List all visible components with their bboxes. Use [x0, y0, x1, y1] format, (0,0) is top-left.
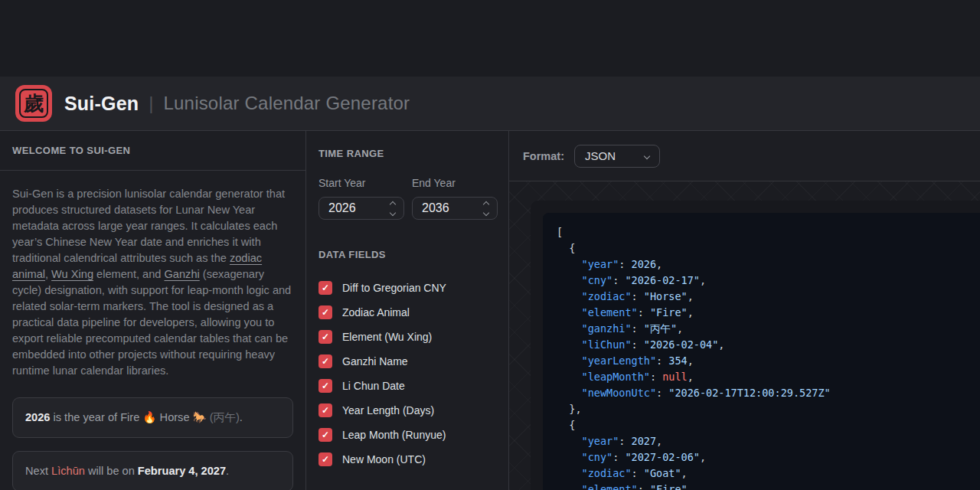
- checkbox[interactable]: ✓: [318, 379, 332, 393]
- start-year-input[interactable]: 2026: [318, 197, 404, 220]
- check-icon: ✓: [322, 308, 329, 317]
- app-subtitle: Lunisolar Calendar Generator: [163, 93, 410, 114]
- format-toolbar: Format: JSON: [509, 131, 980, 181]
- top-empty-area: [0, 0, 980, 77]
- format-label: Format:: [523, 150, 564, 162]
- end-year-input[interactable]: 2036: [412, 197, 498, 220]
- output-area: [ { "year": 2026, "cny": "2026-02-17", "…: [509, 181, 980, 490]
- data-field-row[interactable]: ✓Li Chun Date: [318, 374, 496, 398]
- end-year-stepper[interactable]: [484, 202, 488, 215]
- text-segment: 2026: [25, 411, 50, 423]
- app-window: 歲 Sui-Gen | Lunisolar Calendar Generator…: [0, 0, 980, 490]
- json-output-code[interactable]: [ { "year": 2026, "cny": "2026-02-17", "…: [543, 213, 980, 490]
- checkbox[interactable]: ✓: [318, 452, 332, 466]
- text-segment: Next: [25, 465, 51, 477]
- checkbox[interactable]: ✓: [318, 305, 332, 319]
- zodiac-year-card: 2026 is the year of Fire 🔥 Horse 🐎 (丙午).: [12, 397, 293, 438]
- code-line: {: [557, 240, 980, 256]
- code-line: "yearLength": 354,: [557, 353, 980, 369]
- stepper-down-icon[interactable]: [390, 209, 396, 215]
- code-line: {: [557, 417, 980, 433]
- code-line: "zodiac": "Goat",: [557, 466, 980, 482]
- about-paragraph: Sui-Gen is a precision lunisolar calenda…: [12, 186, 293, 379]
- data-field-row[interactable]: ✓Element (Wu Xing): [318, 325, 496, 349]
- welcome-panel-header: WELCOME TO SUI-GEN: [0, 131, 305, 171]
- stepper-up-icon[interactable]: [390, 201, 396, 207]
- app-title: Sui-Gen: [64, 93, 139, 115]
- check-icon: ✓: [322, 357, 329, 366]
- start-year-field: Start Year 2026: [318, 177, 404, 220]
- data-field-label: Li Chun Date: [342, 380, 405, 392]
- checkbox[interactable]: ✓: [318, 354, 332, 368]
- welcome-heading: WELCOME TO SUI-GEN: [12, 145, 130, 156]
- code-line: "liChun": "2026-02-04",: [557, 337, 980, 353]
- data-field-label: Leap Month (Runyue): [342, 429, 446, 441]
- app-header: 歲 Sui-Gen | Lunisolar Calendar Generator: [0, 77, 980, 131]
- start-year-stepper[interactable]: [390, 202, 395, 215]
- code-line: "year": 2027,: [557, 433, 980, 449]
- title-separator: |: [149, 93, 153, 114]
- logo-glyph: 歲: [24, 93, 44, 113]
- text-segment: will be on: [85, 465, 138, 477]
- stepper-down-icon[interactable]: [483, 209, 489, 215]
- controls-panel: TIME RANGE Start Year 2026 End Year: [306, 131, 509, 490]
- code-card: [ { "year": 2026, "cny": "2026-02-17", "…: [531, 201, 980, 490]
- data-field-row[interactable]: ✓Year Length (Days): [318, 398, 496, 423]
- inline-link[interactable]: Wu Xing: [51, 268, 93, 280]
- welcome-panel: WELCOME TO SUI-GEN Sui-Gen is a precisio…: [0, 131, 306, 490]
- end-year-label: End Year: [412, 177, 498, 189]
- code-line: "year": 2026,: [557, 256, 980, 273]
- data-field-label: Year Length (Days): [342, 404, 434, 416]
- check-icon: ✓: [322, 430, 329, 439]
- data-field-row[interactable]: ✓New Moon (UTC): [318, 447, 496, 472]
- output-panel: Format: JSON [ { "year": 2026, "cny": "2…: [509, 131, 980, 490]
- code-line: "leapMonth": null,: [557, 369, 980, 385]
- data-field-row[interactable]: ✓Leap Month (Runyue): [318, 423, 496, 447]
- data-field-row[interactable]: ✓Ganzhi Name: [318, 349, 496, 374]
- inline-link[interactable]: Ganzhi: [165, 268, 200, 280]
- text-segment: element, and: [93, 268, 165, 280]
- text-segment: .: [226, 465, 229, 477]
- data-field-row[interactable]: ✓Diff to Gregorian CNY: [318, 276, 496, 300]
- text-segment: February 4, 2027: [138, 465, 226, 477]
- seal-icon: 歲: [19, 89, 48, 118]
- year-range-row: Start Year 2026 End Year 2036: [318, 177, 496, 220]
- code-line: "newMoonUtc": "2026-02-17T12:00:29.527Z": [557, 385, 980, 401]
- data-field-label: Element (Wu Xing): [342, 331, 432, 343]
- data-field-label: New Moon (UTC): [342, 453, 426, 466]
- data-field-row[interactable]: ✓Zodiac Animal: [318, 300, 496, 325]
- data-fields-list: ✓Diff to Gregorian CNY✓Zodiac Animal✓Ele…: [318, 276, 496, 472]
- end-year-value: 2036: [422, 201, 449, 215]
- checkbox[interactable]: ✓: [318, 403, 332, 417]
- code-line: "cny": "2026-02-17",: [557, 273, 980, 289]
- checkbox[interactable]: ✓: [318, 330, 332, 344]
- welcome-panel-body: Sui-Gen is a precision lunisolar calenda…: [0, 171, 305, 490]
- code-line: "ganzhi": "丙午",: [557, 321, 980, 337]
- start-year-value: 2026: [328, 201, 356, 215]
- check-icon: ✓: [322, 455, 329, 464]
- main-content: WELCOME TO SUI-GEN Sui-Gen is a precisio…: [0, 131, 980, 490]
- time-range-heading: TIME RANGE: [318, 148, 496, 159]
- checkbox[interactable]: ✓: [318, 428, 332, 442]
- data-field-label: Diff to Gregorian CNY: [342, 282, 446, 294]
- data-field-label: Zodiac Animal: [342, 306, 410, 318]
- format-select[interactable]: JSON: [574, 145, 660, 168]
- code-line: [: [557, 224, 980, 240]
- check-icon: ✓: [322, 406, 329, 415]
- text-segment: Lìchūn: [51, 465, 85, 477]
- app-logo: 歲: [15, 85, 52, 122]
- code-line: "cny": "2027-02-06",: [557, 449, 980, 466]
- code-line: "element": "Fire",: [557, 482, 980, 490]
- text-segment: is the year of Fire 🔥 Horse 🐎: [50, 411, 209, 423]
- code-line: "zodiac": "Horse",: [557, 289, 980, 305]
- end-year-field: End Year 2036: [412, 177, 498, 220]
- checkbox[interactable]: ✓: [318, 281, 332, 295]
- format-select-value: JSON: [585, 149, 616, 162]
- check-icon: ✓: [322, 332, 329, 341]
- code-line: },: [557, 401, 980, 417]
- check-icon: ✓: [322, 283, 329, 292]
- text-segment: (sexagenary cycle) designation, with sup…: [12, 268, 291, 377]
- data-field-label: Ganzhi Name: [342, 355, 408, 368]
- start-year-label: Start Year: [318, 177, 404, 189]
- stepper-up-icon[interactable]: [483, 201, 489, 207]
